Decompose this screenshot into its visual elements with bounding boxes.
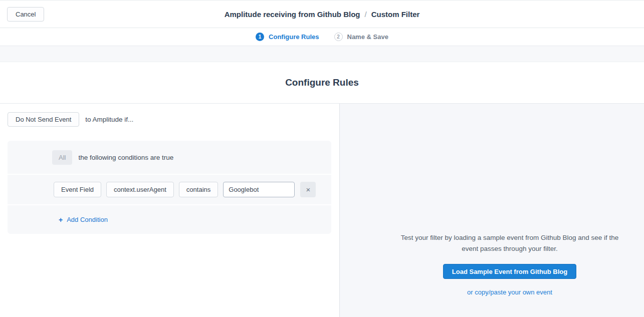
add-condition-label: Add Condition [67,216,108,223]
filter-action-suffix: to Amplitude if... [85,116,133,123]
breadcrumb-separator: / [364,10,366,19]
page-title: Configure Rules [285,77,359,88]
condition-row: Event Field context.userAgent contains × [8,174,331,204]
plus-icon: + [59,216,63,224]
breadcrumb-destination: Amplitude receiving from Github Blog [225,10,360,19]
paste-own-event-link[interactable]: or copy/paste your own event [467,288,552,296]
step-name-and-save[interactable]: 2 Name & Save [334,33,388,41]
top-header-bar: Cancel Amplitude receiving from Github B… [0,1,644,28]
breadcrumb: Amplitude receiving from Github Blog / C… [0,1,644,28]
group-operator-button[interactable]: All [52,150,72,165]
rules-panel: Do Not Send Event to Amplitude if... All… [0,104,340,317]
step-1-label: Configure Rules [269,33,319,41]
filter-action-button[interactable]: Do Not Send Event [8,112,79,127]
add-condition-link[interactable]: + Add Condition [59,216,108,224]
step-2-circle: 2 [334,33,343,41]
custom-filter-screen: Cancel Amplitude receiving from Github B… [0,0,644,317]
cancel-button[interactable]: Cancel [7,7,44,22]
test-filter-panel: Test your filter by loading a sample eve… [340,104,644,317]
remove-condition-button[interactable]: × [300,182,316,197]
title-section: Configure Rules [0,62,644,104]
group-operator-suffix: the following conditions are true [78,154,173,161]
condition-group-header: All the following conditions are true [8,141,331,174]
close-icon: × [306,185,310,194]
condition-operator-button[interactable]: contains [179,182,218,197]
condition-value-input[interactable] [223,182,295,197]
step-2-label: Name & Save [347,33,388,41]
step-1-circle: 1 [256,33,264,41]
step-configure-rules[interactable]: 1 Configure Rules [256,33,319,41]
breadcrumb-current-page: Custom Filter [371,10,420,19]
sub-header-band [0,46,644,62]
main-content: Do Not Send Event to Amplitude if... All… [0,104,644,317]
add-condition-row: + Add Condition [8,204,331,234]
condition-type-button[interactable]: Event Field [54,182,101,197]
condition-field-button[interactable]: context.userAgent [106,182,174,197]
load-sample-event-button[interactable]: Load Sample Event from Github Blog [443,264,576,279]
condition-group: All the following conditions are true Ev… [8,141,331,234]
filter-action-row: Do Not Send Event to Amplitude if... [8,112,331,127]
test-description: Test your filter by loading a sample eve… [392,232,627,254]
step-indicator-bar: 1 Configure Rules 2 Name & Save [0,28,644,46]
